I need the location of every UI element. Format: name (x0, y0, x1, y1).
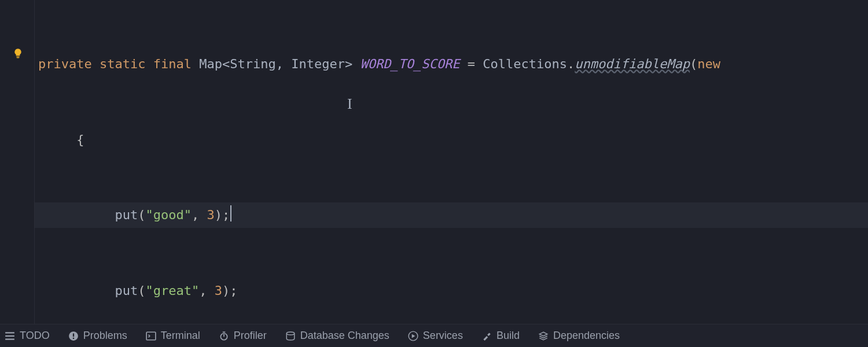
hammer-icon (481, 331, 492, 341)
tool-label: Build (496, 330, 520, 342)
dot: . (567, 57, 575, 71)
constant-name: WORD_TO_SCORE (360, 57, 459, 71)
svg-rect-6 (73, 333, 74, 337)
tool-todo[interactable]: TODO (5, 330, 50, 342)
svg-rect-2 (5, 332, 14, 333)
method: put (115, 208, 138, 222)
code-editor[interactable]: private static final Map<String, Integer… (0, 0, 868, 324)
tool-build[interactable]: Build (481, 330, 520, 342)
type: Map (199, 57, 222, 71)
code-line: private static final Map<String, Integer… (35, 51, 868, 77)
code-line-active: put("good", 3); (35, 202, 868, 228)
paren-close: ) (215, 208, 222, 222)
keyword: new (697, 57, 720, 71)
semicolon: ; (230, 283, 237, 298)
string-literal: "good" (145, 208, 191, 222)
ibeam-cursor-icon: I (347, 91, 352, 117)
type: String (230, 57, 275, 71)
equals: = (460, 57, 483, 71)
angle-close: > (345, 57, 352, 71)
tool-window-bar: TODO Problems Terminal Profiler Database… (0, 324, 868, 347)
keyword: static (100, 57, 145, 71)
tool-database-changes[interactable]: Database Changes (285, 330, 389, 342)
svg-rect-4 (5, 338, 14, 339)
intention-bulb-icon[interactable] (13, 47, 23, 61)
keyword: private (38, 57, 92, 71)
layers-icon (538, 331, 549, 341)
paren-open: ( (138, 208, 145, 222)
terminal-icon (146, 331, 156, 341)
string-literal: "great" (145, 283, 199, 298)
method-call: unmodifiableMap (575, 57, 690, 71)
paren-open: ( (690, 57, 697, 71)
svg-rect-0 (16, 57, 20, 57)
type: Integer (291, 57, 345, 71)
keyword: final (153, 57, 192, 71)
warning-icon (68, 331, 79, 341)
editor-gutter (0, 0, 35, 324)
code-area[interactable]: private static final Map<String, Integer… (35, 0, 868, 324)
paren-close: ) (222, 283, 230, 298)
comma: , (199, 283, 215, 298)
tool-problems[interactable]: Problems (68, 330, 127, 342)
comma: , (192, 208, 207, 222)
play-icon (408, 331, 418, 341)
svg-rect-1 (17, 57, 20, 58)
svg-rect-7 (73, 337, 74, 338)
tool-label: TODO (20, 330, 50, 342)
tool-label: Problems (83, 330, 127, 342)
profiler-icon (219, 331, 229, 341)
code-line: put("great", 3); (35, 278, 868, 304)
tool-label: Dependencies (553, 330, 620, 342)
list-icon (5, 331, 15, 341)
brace-open: { (76, 132, 84, 147)
angle-open: < (222, 57, 230, 71)
class-ref: Collections (483, 57, 567, 71)
code-line: { (35, 127, 868, 153)
tool-services[interactable]: Services (408, 330, 463, 342)
number-literal: 3 (215, 283, 222, 298)
semicolon: ; (222, 208, 230, 222)
tool-label: Database Changes (300, 330, 389, 342)
paren-open: ( (138, 283, 145, 298)
tool-dependencies[interactable]: Dependencies (538, 330, 620, 342)
tool-label: Services (423, 330, 463, 342)
tool-label: Terminal (161, 330, 200, 342)
svg-point-10 (286, 332, 295, 335)
tool-profiler[interactable]: Profiler (219, 330, 267, 342)
text-caret (230, 205, 231, 222)
comma: , (276, 57, 292, 71)
tool-label: Profiler (234, 330, 267, 342)
number-literal: 3 (207, 208, 214, 222)
tool-terminal[interactable]: Terminal (146, 330, 200, 342)
database-icon (285, 331, 296, 341)
svg-rect-3 (5, 335, 14, 336)
svg-rect-8 (146, 332, 156, 340)
method: put (115, 283, 138, 298)
